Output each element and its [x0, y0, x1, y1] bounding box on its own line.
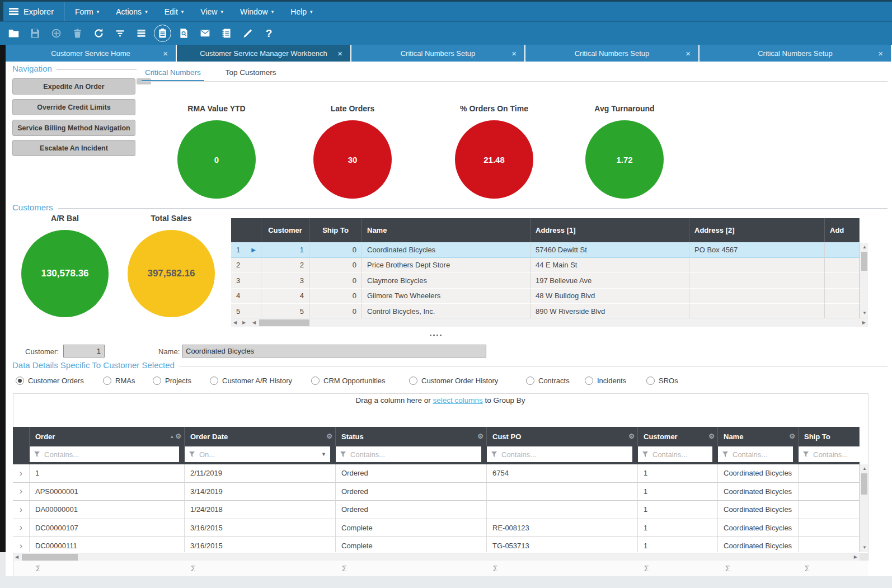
- order-row-1[interactable]: › 1 2/11/2019 Ordered 6754 1 Coordinated…: [13, 464, 860, 483]
- scroll-down-icon[interactable]: ▼: [862, 311, 867, 316]
- close-icon[interactable]: ×: [878, 49, 883, 58]
- radio-incidents[interactable]: Incidents: [585, 377, 626, 385]
- column-header-customer[interactable]: Customer: [261, 218, 309, 242]
- scroll-up-icon[interactable]: ▲: [862, 467, 867, 471]
- column-header-name[interactable]: Name: [362, 218, 530, 242]
- menu-window[interactable]: Window▾: [232, 7, 282, 16]
- order-row-5[interactable]: › DC00000111 3/16/2015 Complete TG-05371…: [13, 537, 860, 552]
- filter-icon[interactable]: [111, 25, 129, 42]
- scroll-left-icon[interactable]: ◀: [15, 555, 18, 559]
- scroll-left-icon[interactable]: ◀: [233, 321, 237, 325]
- tab-customer-service-manager-workbench[interactable]: Customer Service Manager Workbench ×: [177, 45, 351, 62]
- column-header-address1[interactable]: Address [1]: [530, 218, 689, 242]
- filter-ship-to[interactable]: Contains...: [799, 446, 860, 464]
- expand-row-icon[interactable]: ›: [13, 483, 30, 501]
- order-row-2[interactable]: › APS0000001 3/14/2019 Ordered 1 Coordin…: [13, 483, 860, 501]
- menu-view[interactable]: View▾: [192, 7, 232, 16]
- customer-row-2[interactable]: 2 2 0 Price Brothers Dept Store 44 E Mai…: [231, 258, 860, 274]
- trash-icon[interactable]: [69, 25, 86, 42]
- tab-critical-numbers-setup-2[interactable]: Critical Numbers Setup ×: [525, 45, 699, 62]
- column-header-customer[interactable]: Customer⚙: [638, 427, 718, 446]
- help-icon[interactable]: ?: [260, 25, 278, 42]
- tab-critical-numbers-setup-3[interactable]: Critical Numbers Setup ×: [699, 45, 892, 62]
- menu-help[interactable]: Help▾: [282, 7, 321, 16]
- gear-icon[interactable]: ⚙: [708, 432, 715, 440]
- radio-customer-orders[interactable]: Customer Orders: [16, 377, 84, 385]
- column-header-add[interactable]: Add: [825, 218, 860, 242]
- list-icon[interactable]: [133, 25, 150, 42]
- gear-icon[interactable]: ⚙: [628, 432, 635, 440]
- scrollbar-thumb[interactable]: [861, 473, 867, 495]
- radio-rmas[interactable]: RMAs: [103, 377, 135, 385]
- select-columns-link[interactable]: select columns: [433, 396, 482, 404]
- customer-row-4[interactable]: 4 4 0 Gilmore Two Wheelers 48 W Bulldog …: [231, 289, 860, 304]
- scroll-left-icon[interactable]: ◀: [252, 321, 256, 325]
- scrollbar-thumb[interactable]: [861, 252, 867, 271]
- override-credit-limits-button[interactable]: Override Credit Limits: [12, 99, 135, 115]
- radio-customer-ar-history[interactable]: Customer A/R History: [210, 377, 292, 385]
- gear-icon[interactable]: ⚙: [477, 432, 483, 440]
- gear-icon[interactable]: ⚙: [326, 432, 332, 440]
- scroll-right-icon[interactable]: ▶: [854, 555, 857, 559]
- column-header-ship-to[interactable]: Ship To: [799, 427, 860, 446]
- customer-row-1[interactable]: 1▶ 1 0 Coordinated Bicycles 57460 Dewitt…: [231, 242, 860, 258]
- tab-customer-service-home[interactable]: Customer Service Home ×: [6, 45, 177, 62]
- customer-grid-vertical-scrollbar[interactable]: ▲ ▼: [860, 243, 868, 318]
- folder-open-icon[interactable]: [5, 25, 22, 42]
- menu-form[interactable]: Form▾: [67, 7, 107, 16]
- order-row-4[interactable]: › DC00000107 3/16/2015 Complete RE-00812…: [13, 519, 860, 538]
- scroll-right-icon[interactable]: ▶: [242, 321, 246, 325]
- tab-critical-numbers-setup-1[interactable]: Critical Numbers Setup ×: [351, 45, 525, 62]
- filter-order[interactable]: Contains...: [30, 446, 185, 464]
- customer-row-5[interactable]: 5 5 0 Control Bicycles, Inc. 890 W River…: [231, 304, 860, 319]
- radio-crm-opportunities[interactable]: CRM Opportunities: [311, 377, 386, 385]
- expand-row-icon[interactable]: ›: [13, 519, 30, 538]
- close-icon[interactable]: ×: [686, 49, 691, 58]
- dropdown-arrow-icon[interactable]: ▼: [321, 451, 326, 457]
- order-row-3[interactable]: › DA00000001 1/24/2018 Ordered 1 Coordin…: [13, 501, 860, 519]
- customer-grid-horizontal-scrollbar[interactable]: ◀ ▶ ◀ ▶: [231, 318, 868, 327]
- orders-grid-horizontal-scrollbar[interactable]: ◀ ▶: [13, 553, 860, 561]
- refresh-icon[interactable]: [90, 25, 107, 42]
- radio-customer-order-history[interactable]: Customer Order History: [409, 377, 498, 385]
- filter-order-date[interactable]: On...▼: [185, 446, 336, 464]
- document-search-icon[interactable]: [175, 25, 193, 42]
- save-icon[interactable]: [26, 25, 44, 42]
- explorer-menu[interactable]: Explorer: [0, 2, 64, 21]
- target-icon[interactable]: [48, 25, 65, 42]
- filter-status[interactable]: Contains...: [336, 446, 487, 464]
- scrollbar-thumb[interactable]: [22, 554, 78, 561]
- clipboard-icon[interactable]: [154, 25, 171, 42]
- scroll-right-icon[interactable]: ▶: [862, 321, 866, 325]
- name-field[interactable]: Coordinated Bicycles: [182, 345, 486, 357]
- group-by-bar[interactable]: Drag a column here or select columns to …: [13, 396, 868, 404]
- column-header-name[interactable]: Name⚙: [718, 427, 799, 446]
- menu-edit[interactable]: Edit▾: [156, 7, 193, 16]
- gear-icon[interactable]: ⚙: [175, 432, 181, 440]
- filter-cust-po[interactable]: Contains...: [487, 446, 638, 464]
- column-header-ship-to[interactable]: Ship To: [309, 218, 362, 242]
- column-header[interactable]: [231, 218, 261, 242]
- column-header-order[interactable]: Order▲⚙: [30, 427, 185, 446]
- scroll-down-icon[interactable]: ▼: [862, 545, 867, 550]
- tab-top-customers[interactable]: Top Customers: [222, 67, 280, 81]
- radio-contracts[interactable]: Contracts: [526, 377, 570, 385]
- ledger-icon[interactable]: [218, 25, 235, 42]
- close-icon[interactable]: ×: [337, 49, 342, 58]
- column-header-status[interactable]: Status⚙: [336, 427, 487, 446]
- customer-row-3[interactable]: 3 3 0 Claymore Bicycles 197 Bellevue Ave: [231, 273, 860, 289]
- customer-field[interactable]: 1: [63, 345, 105, 357]
- column-header-order-date[interactable]: Order Date⚙: [185, 427, 336, 446]
- envelope-icon[interactable]: [196, 25, 214, 42]
- close-icon[interactable]: ×: [511, 49, 517, 58]
- pane-splitter-handle[interactable]: [430, 335, 442, 336]
- escalate-an-incident-button[interactable]: Escalate An Incident: [12, 140, 135, 156]
- filter-name[interactable]: Contains...: [718, 446, 799, 464]
- scrollbar-thumb[interactable]: [259, 319, 309, 326]
- expedite-an-order-button[interactable]: Expedite An Order: [12, 78, 135, 95]
- column-header-cust-po[interactable]: Cust PO⚙: [487, 427, 638, 446]
- radio-sros[interactable]: SROs: [646, 377, 678, 385]
- scroll-up-icon[interactable]: ▲: [862, 245, 867, 250]
- gear-icon[interactable]: ⚙: [789, 432, 795, 440]
- expand-row-icon[interactable]: ›: [13, 501, 30, 519]
